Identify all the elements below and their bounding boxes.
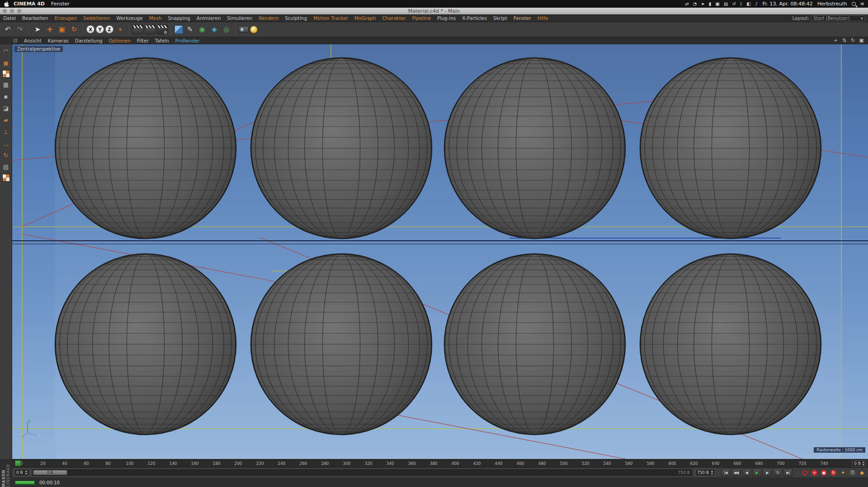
prev-key-button[interactable]: ◀◀ [731, 468, 741, 477]
airplay-icon[interactable]: ◧ [747, 1, 751, 6]
menu-sculpting[interactable]: Sculpting [282, 15, 310, 21]
menu-animieren[interactable]: Animieren [193, 15, 224, 21]
z-axis-lock-button[interactable]: Z [105, 25, 113, 33]
move-tool[interactable]: + [44, 24, 55, 35]
wireframe-sphere[interactable] [640, 254, 821, 435]
viewport-menu-optionen[interactable]: Optionen [106, 38, 134, 43]
autokey-position-button[interactable]: + [811, 469, 818, 477]
goto-start-button[interactable]: |◀ [721, 468, 730, 477]
menu-rendern[interactable]: Rendern [255, 15, 282, 21]
undo-button[interactable]: ↶ [2, 24, 13, 35]
macos-clock[interactable]: Fr. 13. Apr. 08:48:42 [762, 1, 812, 7]
time-machine-icon[interactable]: ↺ [732, 1, 736, 6]
menu-bearbeiten[interactable]: Bearbeiten [19, 15, 52, 21]
live-selection-tool[interactable]: ➤ [32, 24, 43, 35]
render-settings-button[interactable] [157, 25, 168, 34]
toggle-views-icon[interactable]: ▣ [859, 37, 864, 43]
record-keyframe-button[interactable] [801, 469, 809, 477]
menu-fenster[interactable]: Fenster [510, 15, 534, 21]
viewport-menu-tafeln[interactable]: Tafeln [152, 38, 172, 43]
menu-skript[interactable]: Skript [490, 15, 510, 21]
stepper-arrows[interactable] [711, 470, 713, 475]
menu-pipeline[interactable]: Pipeline [409, 15, 434, 21]
rotate-workplane-button[interactable]: ↻ [1, 150, 11, 160]
snap-toggle-button[interactable]: ◡ [1, 139, 11, 148]
macos-user-menu[interactable]: Herbstreuth [817, 1, 847, 7]
render-region-button[interactable] [145, 25, 156, 34]
display-icon[interactable]: ▣ [715, 1, 719, 6]
viewport-menu-darstellung[interactable]: Darstellung [72, 38, 106, 43]
redo-button[interactable]: ↷ [14, 24, 25, 35]
menu-mograph[interactable]: MoGraph [351, 15, 379, 21]
render-view-button[interactable] [132, 25, 143, 34]
spotlight-icon[interactable] [852, 2, 856, 6]
clock-status-icon[interactable]: ◔ [693, 1, 697, 6]
battery-icon[interactable]: ▮ [709, 1, 712, 6]
menu-x-particles[interactable]: X-Particles [459, 15, 490, 21]
menu-erzeugen[interactable]: Erzeugen [52, 15, 80, 21]
keyboard-icon[interactable]: ▤ [724, 1, 728, 6]
points-mode-button[interactable]: ▪ [1, 92, 11, 101]
rotate-tool[interactable]: ↻ [69, 24, 80, 35]
add-generator-button[interactable]: ◈ [209, 24, 220, 35]
goto-end-button[interactable]: ▶| [783, 468, 793, 477]
menu-mesh[interactable]: Mesh [146, 15, 165, 21]
texture-mode-button[interactable] [2, 70, 10, 78]
viewport-menu-kameras[interactable]: Kameras [45, 38, 72, 43]
record-pla-button[interactable]: ◆ [858, 469, 866, 477]
menu-hilfe[interactable]: Hilfe [534, 15, 552, 21]
pan-view-icon[interactable]: + [833, 37, 839, 43]
range-slider-handle[interactable]: 0 B [33, 470, 67, 475]
add-light-button[interactable] [250, 26, 258, 33]
wireframe-sphere[interactable] [640, 58, 821, 239]
wireframe-sphere[interactable] [251, 58, 432, 239]
layout-dropdown[interactable]: Start (Benutzer) ▾ [811, 15, 865, 21]
wireframe-sphere[interactable] [444, 58, 625, 239]
prev-frame-button[interactable]: ◀ [742, 468, 751, 477]
current-frame-box[interactable]: 0 B [852, 460, 867, 467]
location-icon[interactable]: ➤ [701, 1, 704, 6]
menu-werkzeuge[interactable]: Werkzeuge [113, 15, 146, 21]
add-camera-button[interactable] [239, 26, 249, 33]
next-frame-button[interactable]: ▶ [763, 468, 772, 477]
add-deformer-button[interactable]: ◎ [221, 24, 232, 35]
bluetooth-icon[interactable]: ᛒ [740, 1, 743, 6]
zoom-window-button[interactable] [17, 9, 21, 13]
add-subdivision-surface-button[interactable]: ◉ [197, 24, 208, 35]
add-cube-button[interactable] [175, 25, 183, 34]
wireframe-sphere[interactable] [444, 254, 625, 435]
stepper-arrows[interactable] [25, 470, 28, 475]
range-end-stepper[interactable]: 750 B [695, 469, 715, 476]
workplane-mode-button[interactable]: ▦ [1, 80, 11, 89]
lock-workplane-button[interactable]: ▤ [1, 162, 11, 172]
edges-mode-button[interactable]: ◪ [1, 103, 11, 113]
model-mode-button[interactable]: ▣ [1, 58, 11, 68]
wireframe-sphere[interactable] [55, 254, 236, 435]
range-start-stepper[interactable]: 0 B [14, 469, 29, 476]
viewport-menu-prorender[interactable]: ProRender [172, 38, 203, 43]
notification-center-icon[interactable]: ≡ [860, 1, 864, 7]
make-editable-button[interactable]: ◠ [1, 47, 11, 56]
coordinate-system-button[interactable]: ⌖ [115, 24, 126, 35]
macos-menu-fenster[interactable]: Fenster [51, 1, 70, 7]
record-parameter-button[interactable]: Ⓟ [849, 469, 856, 477]
menu-selektieren[interactable]: Selektieren [80, 15, 113, 21]
viewport-menu-filter[interactable]: Filter [134, 38, 152, 43]
menu-plug-ins[interactable]: Plug-ins [434, 15, 459, 21]
polygons-mode-button[interactable]: ▰ [1, 115, 11, 125]
play-button[interactable]: ▶ [752, 468, 761, 477]
x-axis-lock-button[interactable]: X [86, 25, 94, 33]
y-axis-lock-button[interactable]: Y [96, 25, 104, 33]
autokey-rotation-button[interactable]: ↻ [830, 469, 837, 477]
viewport-menu-ansicht[interactable]: Ansicht [21, 38, 45, 43]
add-spline-button[interactable]: ✎ [184, 24, 195, 35]
preview-range-slider[interactable]: 0 B 750 B [33, 469, 692, 476]
rotate-view-icon[interactable]: ↻ [850, 37, 856, 43]
loop-button[interactable]: ↻ [773, 468, 782, 477]
viewport-checkbox[interactable] [14, 39, 17, 42]
dolly-view-icon[interactable]: ⇅ [841, 37, 847, 43]
volume-icon[interactable]: ♪ [755, 1, 758, 6]
keyframe-selection-button[interactable]: ✦ [839, 469, 847, 477]
timeline-playhead[interactable] [15, 460, 21, 466]
apple-menu[interactable] [4, 1, 9, 7]
